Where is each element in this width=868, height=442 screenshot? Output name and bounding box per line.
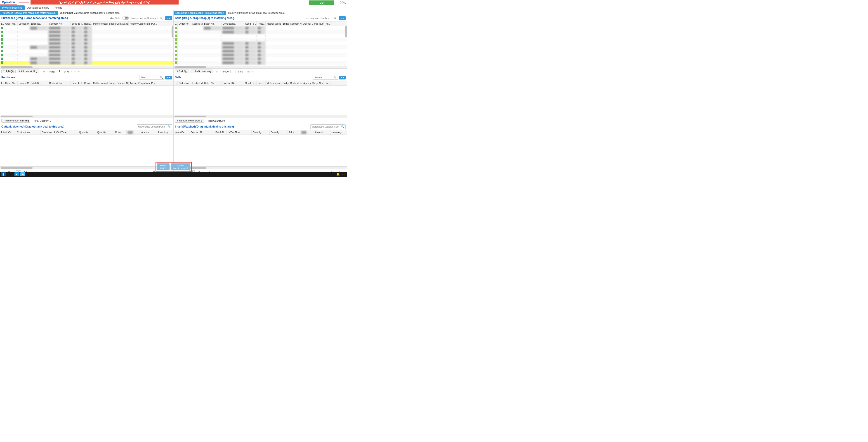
taskbar-app-icon[interactable]: ◧ <box>14 172 20 176</box>
hscroll[interactable] <box>174 166 347 169</box>
sells-matching-body[interactable] <box>174 86 347 115</box>
filter-sells-label: Filter Sells: <box>109 17 121 20</box>
submit-inventory-match-button[interactable]: Submit Inventory Match <box>171 164 190 170</box>
arrow-annotation <box>17 0 31 4</box>
taskbar: ▓ ◧ ▣ 🔔 ▭ <box>0 172 347 177</box>
search-icon[interactable]: 🔍 <box>159 17 164 20</box>
first-page-icon[interactable]: ⏮ <box>42 70 45 73</box>
intank-body[interactable] <box>174 135 347 166</box>
sells-matching-search[interactable] <box>313 75 332 79</box>
split-qty-button[interactable]: ⤒ Split Qty <box>175 70 189 73</box>
subtab-purchases[interactable]: Purchases (Drag & drop recap(s) to match… <box>0 11 58 15</box>
outtank-matched-title: Outtank(Matched)(Drag outtank deal to th… <box>1 125 137 128</box>
subtab-intank-notmatched[interactable]: Intank(Not Matched)(Drag intank deal to … <box>226 11 286 15</box>
table-row: ███████████████ <box>174 26 347 30</box>
purchases-matching-search[interactable] <box>140 75 159 79</box>
refresh-icon[interactable]: ↻ <box>78 70 80 73</box>
add-to-matching-button[interactable]: ⤓ Add to matching <box>17 70 39 73</box>
test-button[interactable]: TEST <box>309 0 334 5</box>
purchases-search-input[interactable] <box>129 16 159 20</box>
tab-operation-summary[interactable]: Operation Summary <box>25 5 51 10</box>
table-row <box>174 38 347 41</box>
intank-matched-title: Intank(Matched)(Drag intank deal to this… <box>175 125 310 128</box>
table-row: ███████████ <box>174 30 347 34</box>
table-row: ███████████ <box>0 49 174 53</box>
table-row: ███████████████ <box>0 45 174 49</box>
sells-hscroll[interactable] <box>174 66 347 68</box>
prev-page-icon[interactable]: ‹ <box>47 70 48 73</box>
columns-button[interactable]: ≡ ▾ <box>165 76 172 79</box>
close-icon[interactable]: × <box>343 1 346 4</box>
sells-search-input[interactable] <box>303 16 332 20</box>
tab-remind[interactable]: Remind <box>51 5 64 10</box>
table-row: ███████████ <box>174 53 347 57</box>
remove-from-matching-button[interactable]: ⤒ Remove from matching <box>1 119 30 123</box>
search-icon[interactable]: 🔍 <box>340 125 345 128</box>
next-page-icon[interactable]: › <box>245 70 246 73</box>
table-row: ███████████ <box>0 38 174 41</box>
outtank-header: Intank/Ou...Contract No.Batch No.In/Out … <box>0 130 174 135</box>
purchases-matching-header: L..Order No.Locked M...Batch No.Contract… <box>0 81 174 86</box>
refresh-icon[interactable]: ↻ <box>252 70 254 73</box>
sells-matching-title: Sells <box>175 76 313 79</box>
table-row <box>174 34 347 38</box>
next-page-icon[interactable]: › <box>71 70 72 73</box>
total-quantity-label: Total Quantity: 0 <box>34 120 51 122</box>
filter-sells-toggle[interactable]: OFF <box>122 16 129 20</box>
sells-panel-title: Sells (Drag & drop recap(s) to matching … <box>175 16 303 20</box>
purchases-matching-title: Purchases <box>1 76 139 79</box>
table-row: ███████████ <box>174 57 347 61</box>
alert-banner: "يمكنك إجراء مطابقة الشراء والبيع ومطابق… <box>31 0 179 4</box>
subtab-outtank-notmatched[interactable]: Outtank(Not Matched)(Drag outtank deal t… <box>58 11 122 15</box>
intank-search[interactable] <box>311 125 340 129</box>
purchases-columns-button[interactable]: ≡ ▾ <box>165 16 172 20</box>
table-row: ███████████████ <box>0 26 174 30</box>
operation-title: Operation <box>0 0 17 4</box>
table-row: ███████████ <box>0 34 174 38</box>
hscroll[interactable] <box>174 115 347 117</box>
prev-page-icon[interactable]: ‹ <box>220 70 221 73</box>
page-input[interactable] <box>57 70 62 73</box>
minimize-icon[interactable]: − <box>340 1 343 4</box>
add-to-matching-button[interactable]: ⤓ Add to matching <box>191 70 213 73</box>
table-row: ███████████ <box>174 41 347 45</box>
outtank-search[interactable] <box>137 125 166 129</box>
table-row: ███████████ <box>174 61 347 65</box>
last-page-icon[interactable]: ⏭ <box>74 70 76 73</box>
remove-from-matching-button[interactable]: ⤒ Remove from matching <box>175 119 204 123</box>
outtank-body[interactable] <box>0 135 174 166</box>
search-icon[interactable]: 🔍 <box>332 76 338 79</box>
purchases-matching-body[interactable] <box>0 86 174 115</box>
purchases-panel-title: Purchases (Drag & drop recap(s) to match… <box>1 16 109 20</box>
total-qu-label: Total Quantity: 0 <box>208 120 225 122</box>
action-center-icon[interactable]: ▭ <box>342 173 344 176</box>
hscroll[interactable] <box>0 115 174 117</box>
sells-grid-header: L..Order No.Locked M...Batch No.Contract… <box>174 22 347 26</box>
table-row: ███████████ <box>0 41 174 45</box>
search-icon[interactable]: 🔍 <box>332 17 338 20</box>
subtab-sells[interactable]: Sells (Drag & drop recap(s) to matching … <box>174 11 226 15</box>
taskbar-app-icon[interactable]: ▣ <box>20 172 25 176</box>
split-qty-button[interactable]: ⤒ Split Qty <box>1 70 16 73</box>
intank-header: Intank/Ou...Contract No.Batch No.In/Out … <box>174 130 347 135</box>
search-icon[interactable]: 🔍 <box>159 76 164 79</box>
table-row-highlighted: ███████████████ <box>0 61 174 65</box>
taskbar-app-icon[interactable]: ▓ <box>1 172 6 176</box>
notification-icon[interactable]: 🔔 <box>336 173 340 176</box>
tab-physical-matching[interactable]: Physical Matching <box>0 5 25 10</box>
table-row: ███████████ <box>174 49 347 53</box>
sells-columns-button[interactable]: ≡ ▾ <box>339 16 346 20</box>
sells-grid-body[interactable]: ███████████████ ███████████ ███████████ … <box>174 26 347 66</box>
columns-button[interactable]: ≡ ▾ <box>339 76 346 79</box>
hscroll[interactable] <box>0 166 174 169</box>
table-row: ███████████████ <box>0 57 174 61</box>
last-page-icon[interactable]: ⏭ <box>247 70 250 73</box>
submit-bar: Submit Match Submit Inventory Match <box>156 162 192 172</box>
submit-match-button[interactable]: Submit Match <box>157 164 169 170</box>
first-page-icon[interactable]: ⏮ <box>216 70 219 73</box>
purchases-grid-body[interactable]: ███████████████ ███████████ ███████████ … <box>0 26 174 66</box>
purchases-hscroll[interactable] <box>0 66 174 68</box>
table-row: ███████████ <box>0 30 174 34</box>
search-icon[interactable]: 🔍 <box>166 125 172 128</box>
page-input[interactable] <box>230 70 236 73</box>
